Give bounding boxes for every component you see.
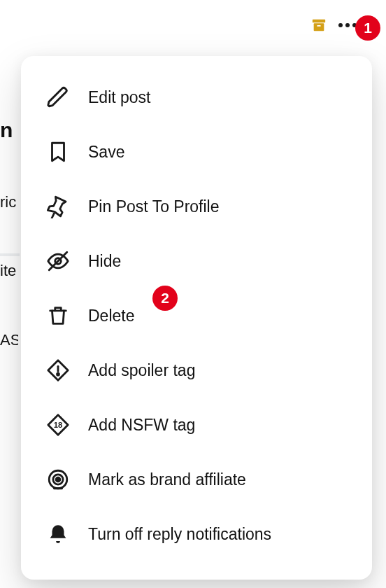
menu-item-label: Add spoiler tag bbox=[88, 361, 195, 380]
more-options-button[interactable] bbox=[338, 23, 357, 27]
bell-icon bbox=[45, 521, 71, 547]
bookmark-icon bbox=[45, 139, 71, 165]
menu-item-add-spoiler-tag[interactable]: Add spoiler tag bbox=[21, 343, 372, 398]
menu-item-delete[interactable]: Delete bbox=[21, 288, 372, 343]
annotation-badge: 2 bbox=[152, 286, 178, 311]
menu-item-mark-brand-affiliate[interactable]: Mark as brand affiliate bbox=[21, 452, 372, 507]
divider bbox=[0, 253, 20, 256]
svg-point-6 bbox=[57, 373, 59, 375]
post-top-toolbar bbox=[310, 17, 357, 34]
menu-item-label: Delete bbox=[88, 307, 134, 326]
pin-icon bbox=[45, 193, 71, 220]
menu-item-label: Save bbox=[88, 143, 124, 162]
eye-off-icon bbox=[45, 248, 71, 274]
partial-line: n bbox=[0, 118, 18, 143]
menu-item-label: Hide bbox=[88, 252, 121, 271]
trash-icon bbox=[45, 302, 71, 329]
menu-item-label: Pin Post To Profile bbox=[88, 197, 220, 216]
exclamation-diamond-icon bbox=[45, 357, 71, 384]
annotation-badge: 1 bbox=[355, 15, 380, 41]
svg-rect-0 bbox=[313, 20, 325, 23]
menu-item-label: Turn off reply notifications bbox=[88, 525, 271, 544]
svg-rect-1 bbox=[314, 23, 324, 31]
menu-item-label: Mark as brand affiliate bbox=[88, 470, 246, 489]
pencil-icon bbox=[45, 84, 71, 111]
partial-line: ric bbox=[0, 193, 18, 211]
archive-icon[interactable] bbox=[310, 17, 327, 34]
svg-rect-2 bbox=[317, 25, 321, 27]
partial-line: ite bbox=[0, 262, 18, 280]
brand-affiliate-icon bbox=[45, 466, 71, 493]
menu-item-pin-post[interactable]: Pin Post To Profile bbox=[21, 179, 372, 234]
partial-line: AS bbox=[0, 331, 18, 349]
menu-item-label: Edit post bbox=[88, 88, 151, 107]
post-options-menu: Edit post Save Pin Post To Profile Hide … bbox=[21, 56, 372, 580]
nsfw-18-icon: 18 bbox=[45, 412, 71, 438]
menu-item-add-nsfw-tag[interactable]: 18 Add NSFW tag bbox=[21, 398, 372, 452]
svg-text:18: 18 bbox=[54, 421, 63, 429]
menu-item-edit-post[interactable]: Edit post bbox=[21, 70, 372, 125]
menu-item-save[interactable]: Save bbox=[21, 125, 372, 179]
svg-point-10 bbox=[56, 477, 60, 482]
menu-item-turn-off-reply-notifications[interactable]: Turn off reply notifications bbox=[21, 507, 372, 561]
menu-item-hide[interactable]: Hide bbox=[21, 234, 372, 288]
menu-item-label: Add NSFW tag bbox=[88, 416, 195, 435]
post-partial-text: n ric ite AS om bbox=[0, 67, 18, 588]
